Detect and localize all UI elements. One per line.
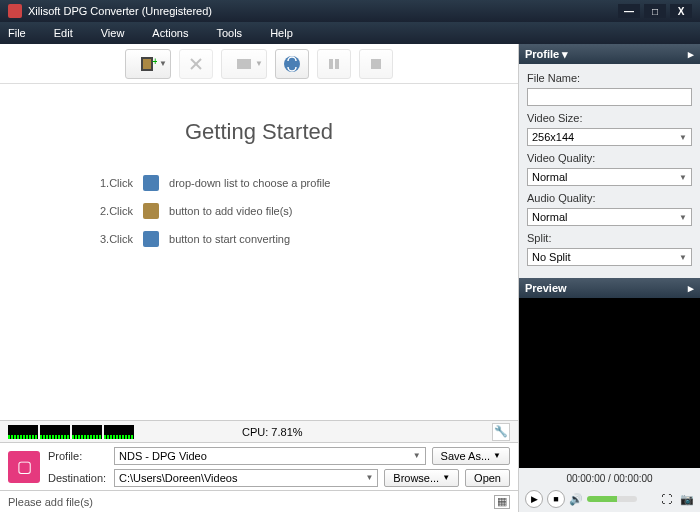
- menu-view[interactable]: View: [101, 27, 125, 39]
- step-1: 1.Clickdrop-down list to choose a profil…: [100, 175, 478, 191]
- menu-edit[interactable]: Edit: [54, 27, 73, 39]
- app-window: Xilisoft DPG Converter (Unregistered) — …: [0, 0, 700, 512]
- convert-icon: [143, 231, 159, 247]
- save-as-button[interactable]: Save As...▼: [432, 447, 510, 465]
- time-display: 00:00:00 / 00:00:00: [519, 470, 700, 486]
- cpu-row: CPU: 7.81% 🔧: [0, 420, 518, 442]
- step-3: 3.Clickbutton to start converting: [100, 231, 478, 247]
- play-button[interactable]: ▶: [525, 490, 543, 508]
- add-file-button[interactable]: +▼: [125, 49, 171, 79]
- cpu-label: CPU: 7.81%: [242, 426, 303, 438]
- step-2: 2.Clickbutton to add video file(s): [100, 203, 478, 219]
- profile-format-icon: ▢: [8, 451, 40, 483]
- stop-preview-button[interactable]: ■: [547, 490, 565, 508]
- close-button[interactable]: X: [670, 4, 692, 18]
- menu-file[interactable]: File: [8, 27, 26, 39]
- split-label: Split:: [527, 232, 692, 244]
- add-file-icon: [143, 203, 159, 219]
- window-title: Xilisoft DPG Converter (Unregistered): [28, 5, 212, 17]
- collapse-icon[interactable]: ▸: [688, 282, 694, 295]
- svg-rect-9: [371, 59, 381, 69]
- preview-panel-header[interactable]: Preview▸: [519, 278, 700, 298]
- getting-started-title: Getting Started: [40, 119, 478, 145]
- browse-button[interactable]: Browse...▼: [384, 469, 459, 487]
- filename-label: File Name:: [527, 72, 692, 84]
- profile-label: Profile:: [48, 450, 108, 462]
- volume-slider[interactable]: [587, 496, 637, 502]
- videosize-label: Video Size:: [527, 112, 692, 124]
- statusbar: Please add file(s) ▦: [0, 490, 518, 512]
- svg-rect-8: [335, 59, 339, 69]
- menu-actions[interactable]: Actions: [152, 27, 188, 39]
- right-panel: Profile ▾▸ File Name: Video Size: 256x14…: [518, 44, 700, 512]
- cpu-meters: [8, 425, 134, 439]
- toolbar: +▼ ▼: [0, 44, 518, 84]
- videosize-combo[interactable]: 256x144▼: [527, 128, 692, 146]
- profile-panel-header[interactable]: Profile ▾▸: [519, 44, 700, 64]
- preview-screen: [519, 298, 700, 468]
- snapshot-button[interactable]: 📷: [680, 493, 694, 506]
- app-icon: [8, 4, 22, 18]
- settings-button[interactable]: 🔧: [492, 423, 510, 441]
- status-message: Please add file(s): [8, 496, 93, 508]
- menu-help[interactable]: Help: [270, 27, 293, 39]
- open-button[interactable]: Open: [465, 469, 510, 487]
- split-combo[interactable]: No Split▼: [527, 248, 692, 266]
- content-area: Getting Started 1.Clickdrop-down list to…: [0, 84, 518, 420]
- svg-text:+: +: [152, 55, 157, 67]
- svg-rect-7: [329, 59, 333, 69]
- list-view-button[interactable]: ▦: [494, 495, 510, 509]
- filename-input[interactable]: [527, 88, 692, 106]
- menu-tools[interactable]: Tools: [216, 27, 242, 39]
- volume-icon[interactable]: 🔊: [569, 493, 583, 506]
- svg-point-6: [284, 56, 300, 72]
- convert-button[interactable]: [275, 49, 309, 79]
- pause-button[interactable]: [317, 49, 351, 79]
- clip-button[interactable]: ▼: [221, 49, 267, 79]
- videoquality-label: Video Quality:: [527, 152, 692, 164]
- minimize-button[interactable]: —: [618, 4, 640, 18]
- maximize-button[interactable]: □: [644, 4, 666, 18]
- audioquality-combo[interactable]: Normal▼: [527, 208, 692, 226]
- collapse-icon[interactable]: ▸: [688, 48, 694, 61]
- menubar: File Edit View Actions Tools Help: [0, 22, 700, 44]
- destination-label: Destination:: [48, 472, 108, 484]
- destination-combo[interactable]: C:\Users\Doreen\Videos▼: [114, 469, 378, 487]
- svg-rect-1: [143, 59, 151, 69]
- stop-button[interactable]: [359, 49, 393, 79]
- main-pane: +▼ ▼ Getting Started 1.Clickdrop-down li…: [0, 44, 518, 512]
- titlebar: Xilisoft DPG Converter (Unregistered) — …: [0, 0, 700, 22]
- fullscreen-button[interactable]: ⛶: [661, 493, 672, 505]
- remove-button[interactable]: [179, 49, 213, 79]
- videoquality-combo[interactable]: Normal▼: [527, 168, 692, 186]
- profile-combo[interactable]: NDS - DPG Video▼: [114, 447, 426, 465]
- audioquality-label: Audio Quality:: [527, 192, 692, 204]
- profile-dropdown-icon: [143, 175, 159, 191]
- profile-row: ▢ Profile: NDS - DPG Video▼ Save As...▼ …: [0, 442, 518, 490]
- svg-rect-5: [237, 59, 251, 69]
